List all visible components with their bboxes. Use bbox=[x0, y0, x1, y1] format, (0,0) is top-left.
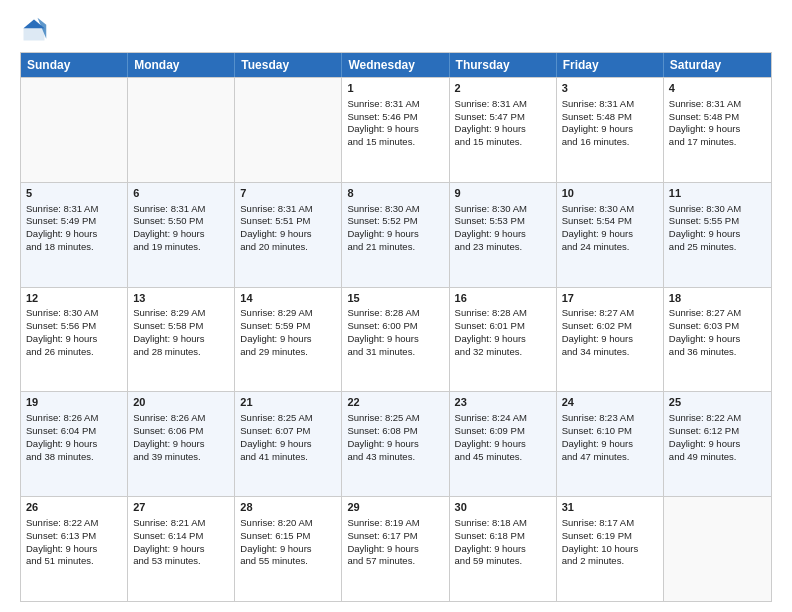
day-number: 28 bbox=[240, 500, 336, 515]
day-cell-28: 28Sunrise: 8:20 AM Sunset: 6:15 PM Dayli… bbox=[235, 497, 342, 601]
day-cell-9: 9Sunrise: 8:30 AM Sunset: 5:53 PM Daylig… bbox=[450, 183, 557, 287]
day-info: Sunrise: 8:27 AM Sunset: 6:03 PM Dayligh… bbox=[669, 307, 741, 356]
day-number: 6 bbox=[133, 186, 229, 201]
day-number: 10 bbox=[562, 186, 658, 201]
day-info: Sunrise: 8:19 AM Sunset: 6:17 PM Dayligh… bbox=[347, 517, 419, 566]
day-info: Sunrise: 8:31 AM Sunset: 5:48 PM Dayligh… bbox=[562, 98, 634, 147]
day-number: 24 bbox=[562, 395, 658, 410]
day-info: Sunrise: 8:22 AM Sunset: 6:13 PM Dayligh… bbox=[26, 517, 98, 566]
day-cell-29: 29Sunrise: 8:19 AM Sunset: 6:17 PM Dayli… bbox=[342, 497, 449, 601]
day-cell-30: 30Sunrise: 8:18 AM Sunset: 6:18 PM Dayli… bbox=[450, 497, 557, 601]
day-number: 20 bbox=[133, 395, 229, 410]
day-info: Sunrise: 8:22 AM Sunset: 6:12 PM Dayligh… bbox=[669, 412, 741, 461]
day-number: 30 bbox=[455, 500, 551, 515]
day-cell-4: 4Sunrise: 8:31 AM Sunset: 5:48 PM Daylig… bbox=[664, 78, 771, 182]
empty-cell bbox=[664, 497, 771, 601]
day-number: 16 bbox=[455, 291, 551, 306]
empty-cell bbox=[21, 78, 128, 182]
day-cell-6: 6Sunrise: 8:31 AM Sunset: 5:50 PM Daylig… bbox=[128, 183, 235, 287]
day-info: Sunrise: 8:17 AM Sunset: 6:19 PM Dayligh… bbox=[562, 517, 639, 566]
day-cell-8: 8Sunrise: 8:30 AM Sunset: 5:52 PM Daylig… bbox=[342, 183, 449, 287]
day-number: 7 bbox=[240, 186, 336, 201]
day-cell-20: 20Sunrise: 8:26 AM Sunset: 6:06 PM Dayli… bbox=[128, 392, 235, 496]
header-cell-thursday: Thursday bbox=[450, 53, 557, 77]
day-info: Sunrise: 8:18 AM Sunset: 6:18 PM Dayligh… bbox=[455, 517, 527, 566]
day-info: Sunrise: 8:29 AM Sunset: 5:59 PM Dayligh… bbox=[240, 307, 312, 356]
day-info: Sunrise: 8:30 AM Sunset: 5:52 PM Dayligh… bbox=[347, 203, 419, 252]
day-cell-23: 23Sunrise: 8:24 AM Sunset: 6:09 PM Dayli… bbox=[450, 392, 557, 496]
day-info: Sunrise: 8:30 AM Sunset: 5:56 PM Dayligh… bbox=[26, 307, 98, 356]
day-info: Sunrise: 8:21 AM Sunset: 6:14 PM Dayligh… bbox=[133, 517, 205, 566]
day-number: 4 bbox=[669, 81, 766, 96]
day-number: 3 bbox=[562, 81, 658, 96]
day-number: 8 bbox=[347, 186, 443, 201]
day-info: Sunrise: 8:23 AM Sunset: 6:10 PM Dayligh… bbox=[562, 412, 634, 461]
calendar-body: 1Sunrise: 8:31 AM Sunset: 5:46 PM Daylig… bbox=[21, 77, 771, 601]
header-cell-friday: Friday bbox=[557, 53, 664, 77]
header-cell-sunday: Sunday bbox=[21, 53, 128, 77]
day-cell-19: 19Sunrise: 8:26 AM Sunset: 6:04 PM Dayli… bbox=[21, 392, 128, 496]
day-number: 31 bbox=[562, 500, 658, 515]
day-cell-31: 31Sunrise: 8:17 AM Sunset: 6:19 PM Dayli… bbox=[557, 497, 664, 601]
day-cell-3: 3Sunrise: 8:31 AM Sunset: 5:48 PM Daylig… bbox=[557, 78, 664, 182]
day-info: Sunrise: 8:28 AM Sunset: 6:00 PM Dayligh… bbox=[347, 307, 419, 356]
logo bbox=[20, 16, 52, 44]
day-number: 9 bbox=[455, 186, 551, 201]
day-number: 14 bbox=[240, 291, 336, 306]
day-info: Sunrise: 8:31 AM Sunset: 5:47 PM Dayligh… bbox=[455, 98, 527, 147]
day-cell-27: 27Sunrise: 8:21 AM Sunset: 6:14 PM Dayli… bbox=[128, 497, 235, 601]
day-number: 15 bbox=[347, 291, 443, 306]
day-cell-1: 1Sunrise: 8:31 AM Sunset: 5:46 PM Daylig… bbox=[342, 78, 449, 182]
day-number: 2 bbox=[455, 81, 551, 96]
day-cell-16: 16Sunrise: 8:28 AM Sunset: 6:01 PM Dayli… bbox=[450, 288, 557, 392]
day-info: Sunrise: 8:25 AM Sunset: 6:07 PM Dayligh… bbox=[240, 412, 312, 461]
day-cell-11: 11Sunrise: 8:30 AM Sunset: 5:55 PM Dayli… bbox=[664, 183, 771, 287]
calendar-header: SundayMondayTuesdayWednesdayThursdayFrid… bbox=[21, 53, 771, 77]
week-row-4: 26Sunrise: 8:22 AM Sunset: 6:13 PM Dayli… bbox=[21, 496, 771, 601]
day-number: 12 bbox=[26, 291, 122, 306]
day-number: 22 bbox=[347, 395, 443, 410]
week-row-3: 19Sunrise: 8:26 AM Sunset: 6:04 PM Dayli… bbox=[21, 391, 771, 496]
calendar: SundayMondayTuesdayWednesdayThursdayFrid… bbox=[20, 52, 772, 602]
day-info: Sunrise: 8:31 AM Sunset: 5:50 PM Dayligh… bbox=[133, 203, 205, 252]
day-info: Sunrise: 8:20 AM Sunset: 6:15 PM Dayligh… bbox=[240, 517, 312, 566]
day-cell-22: 22Sunrise: 8:25 AM Sunset: 6:08 PM Dayli… bbox=[342, 392, 449, 496]
day-cell-2: 2Sunrise: 8:31 AM Sunset: 5:47 PM Daylig… bbox=[450, 78, 557, 182]
day-number: 17 bbox=[562, 291, 658, 306]
day-info: Sunrise: 8:31 AM Sunset: 5:51 PM Dayligh… bbox=[240, 203, 312, 252]
day-cell-7: 7Sunrise: 8:31 AM Sunset: 5:51 PM Daylig… bbox=[235, 183, 342, 287]
day-number: 11 bbox=[669, 186, 766, 201]
day-info: Sunrise: 8:31 AM Sunset: 5:48 PM Dayligh… bbox=[669, 98, 741, 147]
week-row-2: 12Sunrise: 8:30 AM Sunset: 5:56 PM Dayli… bbox=[21, 287, 771, 392]
empty-cell bbox=[128, 78, 235, 182]
day-info: Sunrise: 8:31 AM Sunset: 5:46 PM Dayligh… bbox=[347, 98, 419, 147]
day-info: Sunrise: 8:30 AM Sunset: 5:53 PM Dayligh… bbox=[455, 203, 527, 252]
day-number: 29 bbox=[347, 500, 443, 515]
day-info: Sunrise: 8:26 AM Sunset: 6:06 PM Dayligh… bbox=[133, 412, 205, 461]
day-number: 26 bbox=[26, 500, 122, 515]
day-number: 13 bbox=[133, 291, 229, 306]
day-cell-12: 12Sunrise: 8:30 AM Sunset: 5:56 PM Dayli… bbox=[21, 288, 128, 392]
day-cell-10: 10Sunrise: 8:30 AM Sunset: 5:54 PM Dayli… bbox=[557, 183, 664, 287]
day-cell-17: 17Sunrise: 8:27 AM Sunset: 6:02 PM Dayli… bbox=[557, 288, 664, 392]
day-cell-14: 14Sunrise: 8:29 AM Sunset: 5:59 PM Dayli… bbox=[235, 288, 342, 392]
day-info: Sunrise: 8:31 AM Sunset: 5:49 PM Dayligh… bbox=[26, 203, 98, 252]
logo-icon bbox=[20, 16, 48, 44]
day-info: Sunrise: 8:24 AM Sunset: 6:09 PM Dayligh… bbox=[455, 412, 527, 461]
day-info: Sunrise: 8:25 AM Sunset: 6:08 PM Dayligh… bbox=[347, 412, 419, 461]
day-info: Sunrise: 8:28 AM Sunset: 6:01 PM Dayligh… bbox=[455, 307, 527, 356]
day-info: Sunrise: 8:30 AM Sunset: 5:55 PM Dayligh… bbox=[669, 203, 741, 252]
day-cell-24: 24Sunrise: 8:23 AM Sunset: 6:10 PM Dayli… bbox=[557, 392, 664, 496]
empty-cell bbox=[235, 78, 342, 182]
day-cell-18: 18Sunrise: 8:27 AM Sunset: 6:03 PM Dayli… bbox=[664, 288, 771, 392]
day-number: 5 bbox=[26, 186, 122, 201]
header-cell-saturday: Saturday bbox=[664, 53, 771, 77]
day-cell-5: 5Sunrise: 8:31 AM Sunset: 5:49 PM Daylig… bbox=[21, 183, 128, 287]
day-cell-15: 15Sunrise: 8:28 AM Sunset: 6:00 PM Dayli… bbox=[342, 288, 449, 392]
week-row-0: 1Sunrise: 8:31 AM Sunset: 5:46 PM Daylig… bbox=[21, 77, 771, 182]
page: SundayMondayTuesdayWednesdayThursdayFrid… bbox=[0, 0, 792, 612]
header bbox=[20, 16, 772, 44]
day-info: Sunrise: 8:30 AM Sunset: 5:54 PM Dayligh… bbox=[562, 203, 634, 252]
day-info: Sunrise: 8:27 AM Sunset: 6:02 PM Dayligh… bbox=[562, 307, 634, 356]
day-number: 18 bbox=[669, 291, 766, 306]
